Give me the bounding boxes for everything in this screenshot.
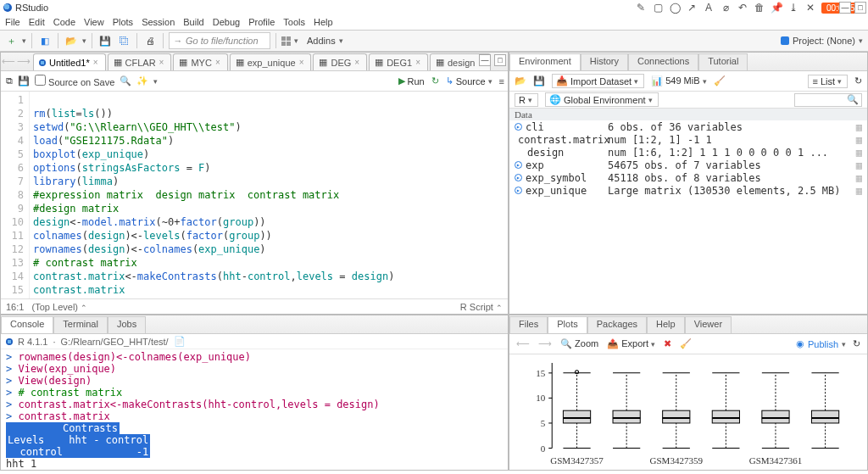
tab-jobs[interactable]: Jobs xyxy=(108,316,146,333)
nav-back-icon[interactable]: ⟵ xyxy=(1,54,16,70)
panes-icon[interactable] xyxy=(281,36,291,46)
tab-packages[interactable]: Packages xyxy=(587,316,647,333)
code-area[interactable]: rm(list=ls())setwd("G:\\Rlearn\\GEO_HHT\… xyxy=(30,92,398,298)
console-path: G:/Rlearn/GEO_HHT/test/ xyxy=(61,337,169,347)
arrow-icon[interactable]: ↗ xyxy=(686,2,698,14)
app-title: RStudio xyxy=(15,3,48,13)
wand-icon[interactable]: ✨ xyxy=(136,75,148,86)
goto-placeholder: Go to file/function xyxy=(186,36,259,46)
tab-cflar[interactable]: ▦CFLAR× xyxy=(108,53,172,70)
tab-deg[interactable]: ▦DEG× xyxy=(313,53,367,70)
menu-edit[interactable]: Edit xyxy=(29,17,45,27)
lang-selector[interactable]: R Script ⌃ xyxy=(460,302,503,312)
find-icon[interactable]: 🔍 xyxy=(120,75,131,86)
view-mode[interactable]: ≡ List ▾ xyxy=(808,75,848,88)
menu-session[interactable]: Session xyxy=(142,17,175,27)
plots-max-icon[interactable]: □ xyxy=(854,2,866,14)
menu-profile[interactable]: Profile xyxy=(248,17,275,27)
tab-plots[interactable]: Plots xyxy=(548,316,587,333)
remove-plot-icon[interactable]: ✖ xyxy=(664,338,671,349)
tab-files[interactable]: Files xyxy=(509,316,548,333)
outline-icon[interactable]: ≡ xyxy=(499,76,504,86)
run-button[interactable]: ▶Run xyxy=(398,75,425,86)
close-tab-icon[interactable]: × xyxy=(93,58,98,67)
menu-code[interactable]: Code xyxy=(53,17,75,27)
close-icon[interactable]: ✕ xyxy=(804,2,816,14)
open-file-icon[interactable]: 📂 xyxy=(64,33,79,48)
source-button[interactable]: ↳Source▾ xyxy=(446,75,492,86)
export-button[interactable]: 📤 Export ▾ xyxy=(607,338,655,349)
tab-exp-unique[interactable]: ▦exp_unique× xyxy=(230,53,312,70)
new-file-icon[interactable]: ＋ xyxy=(3,33,19,48)
circle-icon[interactable]: ◯ xyxy=(669,2,681,14)
menu-view[interactable]: View xyxy=(84,17,104,27)
load-ws-icon[interactable]: 📂 xyxy=(515,75,526,86)
menu-debug[interactable]: Debug xyxy=(213,17,240,27)
pin-icon[interactable]: 📌 xyxy=(771,2,782,14)
project-menu[interactable]: Project: (None)▾ xyxy=(781,36,863,46)
refresh-icon[interactable]: ↻ xyxy=(854,75,862,86)
tab-help[interactable]: Help xyxy=(647,316,685,333)
svg-rect-33 xyxy=(762,410,789,423)
pencil-icon[interactable]: ✎ xyxy=(635,2,647,14)
menu-tools[interactable]: Tools xyxy=(283,17,305,27)
plot-refresh-icon[interactable]: ↻ xyxy=(853,338,860,349)
square-icon[interactable]: ▢ xyxy=(652,2,664,14)
plots-min-icon[interactable]: — xyxy=(839,2,851,14)
brush-icon[interactable]: 🧹 xyxy=(714,75,726,86)
r-file-icon xyxy=(39,59,46,66)
rerun-icon[interactable]: ↻ xyxy=(431,75,439,86)
new-project-icon[interactable]: ◧ xyxy=(37,33,53,48)
menu-file[interactable]: File xyxy=(5,17,20,27)
save-all-icon[interactable]: ⿻ xyxy=(116,33,131,48)
pane-max-icon[interactable]: □ xyxy=(494,54,506,66)
goto-input[interactable]: →Go to file/function xyxy=(169,32,270,49)
mem-usage[interactable]: 📊 549 MiB ▾ xyxy=(651,75,706,86)
save-file-icon[interactable]: 💾 xyxy=(97,33,113,48)
save-ws-icon[interactable]: 💾 xyxy=(533,75,545,86)
plot-prev-icon[interactable]: ⟵ xyxy=(516,338,530,349)
env-scope[interactable]: 🌐 Global Environment ▾ xyxy=(545,92,659,107)
console-output[interactable]: > rownames(design)<-colnames(exp_unique)… xyxy=(1,349,508,470)
show-doc-icon[interactable]: ⧉ xyxy=(6,75,13,86)
tab-connections[interactable]: Connections xyxy=(628,53,698,70)
svg-text:GSM3427361: GSM3427361 xyxy=(749,455,803,466)
tab-terminal[interactable]: Terminal xyxy=(53,316,108,333)
tab-console[interactable]: Console xyxy=(1,316,53,333)
pane-min-icon[interactable]: — xyxy=(479,54,491,66)
publish-button[interactable]: ◉ Publish ▾ xyxy=(796,338,846,349)
tab-myc[interactable]: ▦MYC× xyxy=(173,53,227,70)
save-icon[interactable]: ⤓ xyxy=(787,2,799,14)
path-menu-icon[interactable]: 📄 xyxy=(174,336,186,347)
nav-fwd-icon[interactable]: ⟶ xyxy=(16,54,31,70)
print-icon[interactable]: 🖨 xyxy=(142,33,158,48)
text-icon[interactable]: A xyxy=(703,2,715,14)
tab-environment[interactable]: Environment xyxy=(509,53,581,70)
svg-rect-28 xyxy=(712,410,739,423)
source-on-save[interactable]: Source on Save xyxy=(35,75,114,87)
tab-untitled1[interactable]: Untitled1*× xyxy=(33,53,106,70)
plot-next-icon[interactable]: ⟶ xyxy=(538,338,552,349)
zoom-button[interactable]: 🔍 Zoom xyxy=(560,338,598,349)
menu-help[interactable]: Help xyxy=(314,17,333,27)
line-gutter: 12345678910111213141516 xyxy=(1,92,30,298)
svg-text:5: 5 xyxy=(541,418,546,428)
tab-tutorial[interactable]: Tutorial xyxy=(698,53,748,70)
tab-deg1[interactable]: ▦DEG1× xyxy=(369,53,428,70)
scope-selector[interactable]: (Top Level) xyxy=(32,302,78,312)
trash-icon[interactable]: 🗑 xyxy=(754,2,765,14)
undo-icon[interactable]: ↶ xyxy=(737,2,748,14)
menu-build[interactable]: Build xyxy=(183,17,203,27)
clear-plots-icon[interactable]: 🧹 xyxy=(680,338,692,349)
menu-plots[interactable]: Plots xyxy=(113,17,133,27)
tab-viewer[interactable]: Viewer xyxy=(685,316,732,333)
save-doc-icon[interactable]: 💾 xyxy=(18,75,30,86)
rstudio-logo-icon xyxy=(3,3,12,12)
blur-icon[interactable]: ⌀ xyxy=(720,2,732,14)
svg-text:15: 15 xyxy=(536,368,546,378)
import-dataset[interactable]: 📥 Import Dataset ▾ xyxy=(552,74,644,88)
tab-history[interactable]: History xyxy=(581,53,628,70)
lang-select[interactable]: R ▾ xyxy=(515,93,538,107)
addins-menu[interactable]: Addins▾ xyxy=(307,36,343,46)
env-search[interactable]: 🔍 xyxy=(794,93,862,107)
